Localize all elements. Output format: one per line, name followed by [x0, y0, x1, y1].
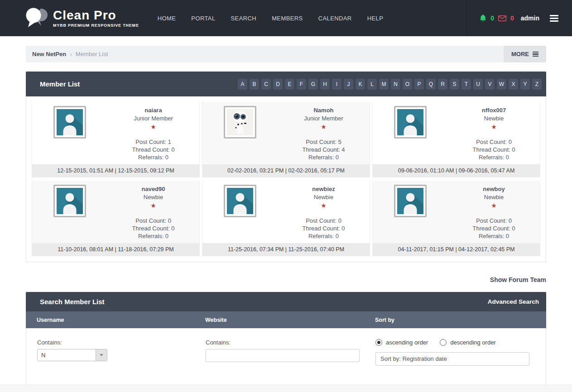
- nav-item-members[interactable]: MEMBERS: [264, 10, 311, 26]
- more-button[interactable]: MORE: [504, 46, 546, 62]
- star-icon: ★: [448, 201, 540, 210]
- member-card: nffox007Newbie★Post Count: 0Thread Count…: [372, 102, 540, 177]
- member-name-link[interactable]: newbiez: [278, 185, 370, 193]
- member-card: naiaraJunior Member★Post Count: 1Thread …: [32, 102, 200, 177]
- nav-item-portal[interactable]: PORTAL: [183, 10, 223, 26]
- alphabet-letter-m[interactable]: M: [379, 79, 389, 90]
- topbar-user-area: 0 0 admin: [480, 14, 558, 22]
- descending-order-label: descending order: [450, 339, 495, 346]
- nav-item-calendar[interactable]: CALENDAR: [311, 10, 360, 26]
- alphabet-letter-p[interactable]: P: [414, 79, 424, 90]
- member-usertitle: Junior Member: [278, 115, 370, 122]
- member-stat: Post Count: 5: [278, 138, 370, 146]
- more-button-label: MORE: [511, 51, 529, 57]
- alphabet-letter-h[interactable]: H: [320, 79, 330, 90]
- alphabet-letter-e[interactable]: E: [285, 79, 294, 90]
- member-avatar-default[interactable]: [394, 106, 427, 139]
- ascending-order-option[interactable]: ascending order: [375, 339, 428, 346]
- username-contains-select[interactable]: N: [37, 349, 107, 361]
- member-stat: Referrals: 0: [278, 153, 370, 161]
- alphabet-letter-z[interactable]: Z: [532, 79, 542, 90]
- alphabet-letter-u[interactable]: U: [473, 79, 483, 90]
- member-dates: 11-10-2016, 08:01 AM | 11-18-2016, 07:29…: [32, 243, 199, 256]
- alphabet-letter-l[interactable]: L: [367, 79, 377, 90]
- member-list-body: naiaraJunior Member★Post Count: 1Thread …: [26, 96, 546, 262]
- ascending-order-label: ascending order: [386, 339, 428, 346]
- alphabet-letter-r[interactable]: R: [438, 79, 447, 90]
- alphabet-letter-v[interactable]: V: [485, 79, 495, 90]
- member-card: naved90Newbie★Post Count: 0Thread Count:…: [32, 181, 200, 256]
- search-member-list-panel: Search Member List Advanced Search Usern…: [26, 292, 546, 386]
- member-stat: Post Count: 0: [448, 138, 540, 146]
- alphabet-letter-a[interactable]: A: [238, 79, 247, 90]
- alphabet-letter-d[interactable]: D: [273, 79, 283, 90]
- alphabet-links: ABCDEFGHIJKLMNOPQRSTUVWXYZ: [238, 79, 542, 90]
- breadcrumb-bar: New NetPen › Member List MORE: [26, 46, 546, 62]
- select-dropdown-button[interactable]: [96, 349, 107, 361]
- alphabet-letter-k[interactable]: K: [356, 79, 365, 90]
- member-list-title: Member List: [40, 80, 80, 88]
- sort-field-group: ascending order descending order Sort by…: [375, 339, 546, 366]
- column-header-website: Website: [205, 317, 375, 323]
- message-count[interactable]: 0: [510, 14, 514, 22]
- alphabet-letter-y[interactable]: Y: [520, 79, 530, 90]
- member-stat: Referrals: 0: [448, 153, 540, 161]
- star-icon: ★: [107, 122, 199, 131]
- messages-envelope-icon[interactable]: [498, 15, 506, 21]
- alphabet-letter-w[interactable]: W: [497, 79, 506, 90]
- alphabet-letter-n[interactable]: N: [391, 79, 400, 90]
- alphabet-letter-q[interactable]: Q: [426, 79, 436, 90]
- member-stat: Post Count: 0: [448, 217, 540, 225]
- member-avatar-default[interactable]: [53, 185, 86, 217]
- alphabet-letter-g[interactable]: G: [308, 79, 318, 90]
- member-name-link[interactable]: Namoh: [278, 106, 370, 114]
- alphabet-letter-x[interactable]: X: [509, 79, 518, 90]
- nav-item-search[interactable]: SEARCH: [223, 10, 264, 26]
- member-stat: Post Count: 0: [107, 217, 199, 225]
- column-header-sort-by: Sort by: [375, 317, 546, 323]
- notification-count[interactable]: 0: [490, 14, 494, 22]
- breadcrumb-current: Member List: [76, 51, 108, 57]
- advanced-search-link[interactable]: Advanced Search: [488, 298, 539, 305]
- alphabet-letter-o[interactable]: O: [403, 79, 412, 90]
- member-dates: 11-25-2016, 07:34 PM | 11-25-2016, 07:40…: [202, 243, 370, 256]
- breadcrumb-root-link[interactable]: New NetPen: [32, 51, 66, 57]
- alphabet-letter-s[interactable]: S: [450, 79, 459, 90]
- topbar-divider: [466, 0, 467, 36]
- show-forum-team-link[interactable]: Show Forum Team: [490, 276, 546, 283]
- member-avatar-robot[interactable]: [224, 106, 256, 139]
- sort-by-select[interactable]: Sort by: Registration date: [375, 352, 529, 366]
- alphabet-letter-i[interactable]: I: [332, 79, 341, 90]
- ascending-radio-button[interactable]: [375, 339, 382, 346]
- website-contains-input[interactable]: [206, 349, 360, 362]
- logo-title: Clean Pro: [53, 9, 139, 22]
- alphabet-letter-f[interactable]: F: [297, 79, 306, 90]
- member-avatar-default[interactable]: [394, 185, 427, 217]
- hamburger-menu-icon[interactable]: [550, 15, 558, 22]
- nav-menu: HOMEPORTALSEARCHMEMBERSCALENDARHELP: [150, 10, 391, 26]
- alphabet-letter-c[interactable]: C: [261, 79, 271, 90]
- username-link[interactable]: admin: [521, 14, 539, 22]
- notifications-bell-icon[interactable]: [480, 14, 486, 22]
- member-name-link[interactable]: newboy: [448, 185, 540, 193]
- member-avatar-default[interactable]: [53, 106, 86, 139]
- star-icon: ★: [448, 122, 540, 131]
- alphabet-letter-b[interactable]: B: [250, 79, 259, 90]
- alphabet-letter-t[interactable]: T: [461, 79, 471, 90]
- member-name-link[interactable]: nffox007: [448, 106, 540, 114]
- member-name-link[interactable]: naiara: [107, 106, 199, 114]
- member-list-header: Member List ABCDEFGHIJKLMNOPQRSTUVWXYZ: [26, 72, 546, 96]
- member-avatar-default[interactable]: [224, 185, 256, 217]
- member-stat: Post Count: 0: [278, 217, 370, 225]
- member-usertitle: Newbie: [448, 193, 540, 201]
- nav-item-help[interactable]: HELP: [360, 10, 391, 26]
- alphabet-letter-j[interactable]: J: [344, 79, 353, 90]
- username-contains-value: N: [38, 349, 96, 361]
- site-logo[interactable]: Clean Pro MYBB PREMIUM RESPONSIVE THEME: [25, 6, 139, 30]
- username-field-group: Contains: N: [37, 339, 206, 366]
- member-stat: Thread Count: 0: [448, 146, 540, 153]
- descending-order-option[interactable]: descending order: [440, 339, 495, 346]
- descending-radio-button[interactable]: [440, 339, 447, 346]
- member-name-link[interactable]: naved90: [107, 185, 199, 193]
- nav-item-home[interactable]: HOME: [150, 10, 184, 26]
